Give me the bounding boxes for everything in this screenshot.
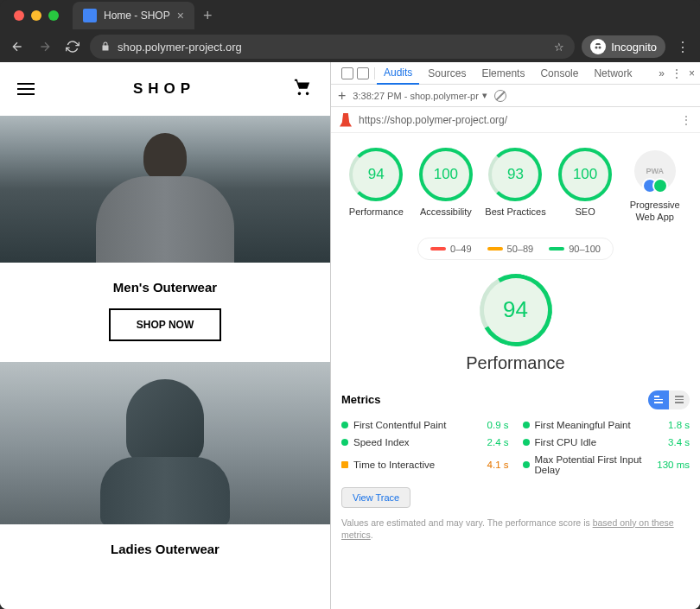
tab-console[interactable]: Console <box>533 63 585 84</box>
chevron-down-icon: ▾ <box>482 90 487 101</box>
category-title-ladies: Ladies Outerwear <box>0 542 330 556</box>
score-seo[interactable]: 100 SEO <box>550 150 620 224</box>
audit-url: https://shop.polymer-project.org/ <box>359 114 507 126</box>
cart-icon <box>294 78 313 97</box>
back-button[interactable] <box>7 36 28 57</box>
lighthouse-icon <box>340 113 352 127</box>
new-tab-button[interactable]: + <box>203 7 213 25</box>
address-url: shop.polymer-project.org <box>118 41 242 54</box>
view-toggle-expanded[interactable] <box>669 390 690 409</box>
score-label: Performance <box>341 206 411 218</box>
metrics-title: Metrics <box>341 393 381 406</box>
legend-item: 50–89 <box>487 244 534 254</box>
tab-close-button[interactable]: × <box>177 9 184 22</box>
devtools-tab-overflow: » ⋮ × <box>659 67 695 79</box>
audit-timestamp: 3:38:27 PM - shop.polymer-pr <box>353 91 479 101</box>
device-toolbar <box>336 67 375 79</box>
view-toggle-compact[interactable] <box>648 390 669 409</box>
performance-big-label: Performance <box>341 353 690 373</box>
performance-big-score: 94 <box>483 277 549 343</box>
star-icon[interactable]: ☆ <box>554 41 564 54</box>
performance-section: 94 Performance <box>341 277 690 373</box>
score-performance[interactable]: 94 Performance <box>341 150 411 224</box>
window-minimize-button[interactable] <box>31 10 41 21</box>
tab-audits[interactable]: Audits <box>377 62 419 85</box>
tab-network[interactable]: Network <box>587 63 639 84</box>
score-label: Accessibility <box>411 206 481 218</box>
incognito-badge[interactable]: Incognito <box>582 35 665 58</box>
shop-now-button-mens[interactable]: SHOP NOW <box>109 308 221 341</box>
tab-title: Home - SHOP <box>104 10 170 22</box>
audit-urlbar: https://shop.polymer-project.org/ ⋮ <box>331 107 700 133</box>
metric-tti: Time to Interactive4.1 s <box>341 454 509 475</box>
shop-page: SHOP Men's Outerwear SHOP NOW Ladies Out… <box>0 62 330 609</box>
svg-point-0 <box>595 47 598 49</box>
device-mode-button[interactable] <box>357 67 369 79</box>
devtools-panel: Audits Sources Elements Console Network … <box>330 62 700 609</box>
score-circle: 93 <box>491 150 539 199</box>
metric-fcp: First Contentful Paint0.9 s <box>341 420 509 430</box>
address-bar[interactable]: shop.polymer-project.org ☆ <box>90 35 575 59</box>
metric-speed-index: Speed Index2.4 s <box>341 437 509 447</box>
score-best-practices[interactable]: 93 Best Practices <box>480 150 550 224</box>
metric-cpu-idle: First CPU Idle3.4 s <box>523 437 690 447</box>
score-circle: 94 <box>352 150 400 199</box>
devtools-tabbar: Audits Sources Elements Console Network … <box>331 62 700 85</box>
metric-fid: Max Potential First Input Delay130 ms <box>523 454 690 475</box>
tab-elements[interactable]: Elements <box>474 63 531 84</box>
score-label: Best Practices <box>480 206 550 218</box>
score-label: Progressive Web App <box>620 199 690 224</box>
forward-button[interactable] <box>35 36 55 57</box>
shop-header: SHOP <box>0 62 330 116</box>
shop-logo[interactable]: SHOP <box>133 80 195 98</box>
browser-menu-button[interactable]: ⋮ <box>672 36 693 57</box>
view-trace-button[interactable]: View Trace <box>341 487 410 508</box>
score-legend: 0–49 50–89 90–100 <box>417 238 614 260</box>
mens-category-block: Men's Outerwear SHOP NOW <box>0 263 330 362</box>
svg-point-1 <box>599 47 601 49</box>
audit-report-dropdown[interactable]: 3:38:27 PM - shop.polymer-pr ▾ <box>353 90 487 101</box>
browser-tab[interactable]: Home - SHOP × <box>73 2 194 29</box>
hero-image-mens[interactable] <box>0 116 330 263</box>
score-pwa[interactable]: PWA Progressive Web App <box>620 150 690 224</box>
metric-fmp: First Meaningful Paint1.8 s <box>523 420 690 430</box>
ladies-category-block: Ladies Outerwear <box>0 524 330 577</box>
favicon <box>83 9 97 22</box>
devtools-settings-button[interactable]: ⋮ <box>671 67 682 79</box>
audits-subbar: + 3:38:27 PM - shop.polymer-pr ▾ <box>331 85 700 107</box>
legend-item: 0–49 <box>430 244 471 254</box>
cart-button[interactable] <box>294 78 313 100</box>
hero-image-ladies[interactable] <box>0 362 330 524</box>
score-label: SEO <box>550 206 620 218</box>
browser-chrome: Home - SHOP × + shop.polymer-project.org… <box>0 0 700 62</box>
browser-toolbar: shop.polymer-project.org ☆ Incognito ⋮ <box>0 31 700 62</box>
more-tabs-button[interactable]: » <box>659 67 665 79</box>
reload-button[interactable] <box>62 36 83 57</box>
score-circle: 100 <box>561 150 609 199</box>
audit-menu-button[interactable]: ⋮ <box>681 114 691 126</box>
content-area: SHOP Men's Outerwear SHOP NOW Ladies Out… <box>0 62 700 609</box>
pwa-badge: PWA <box>634 150 676 192</box>
metrics-grid: First Contentful Paint0.9 s First Meanin… <box>341 420 690 475</box>
window-controls <box>7 10 66 21</box>
score-accessibility[interactable]: 100 Accessibility <box>411 150 481 224</box>
metrics-disclaimer: Values are estimated and may vary. The p… <box>341 517 690 542</box>
audit-report[interactable]: 94 Performance 100 Accessibility 93 Best… <box>331 133 700 609</box>
clear-audits-button[interactable] <box>494 90 506 102</box>
hamburger-menu-button[interactable] <box>17 79 35 98</box>
incognito-icon <box>590 39 606 54</box>
inspect-button[interactable] <box>341 67 353 79</box>
incognito-label: Incognito <box>611 41 657 54</box>
devtools-close-button[interactable]: × <box>689 67 695 79</box>
metrics-view-toggle <box>648 390 690 409</box>
lock-icon <box>100 41 111 52</box>
legend-item: 90–100 <box>549 244 601 254</box>
window-close-button[interactable] <box>14 10 24 21</box>
score-row: 94 Performance 100 Accessibility 93 Best… <box>341 150 690 224</box>
window-maximize-button[interactable] <box>48 10 59 21</box>
tab-sources[interactable]: Sources <box>421 63 473 84</box>
category-title-mens: Men's Outerwear <box>0 280 330 295</box>
metrics-header: Metrics <box>341 390 690 409</box>
new-audit-button[interactable]: + <box>338 88 346 104</box>
score-circle: 100 <box>422 150 470 199</box>
